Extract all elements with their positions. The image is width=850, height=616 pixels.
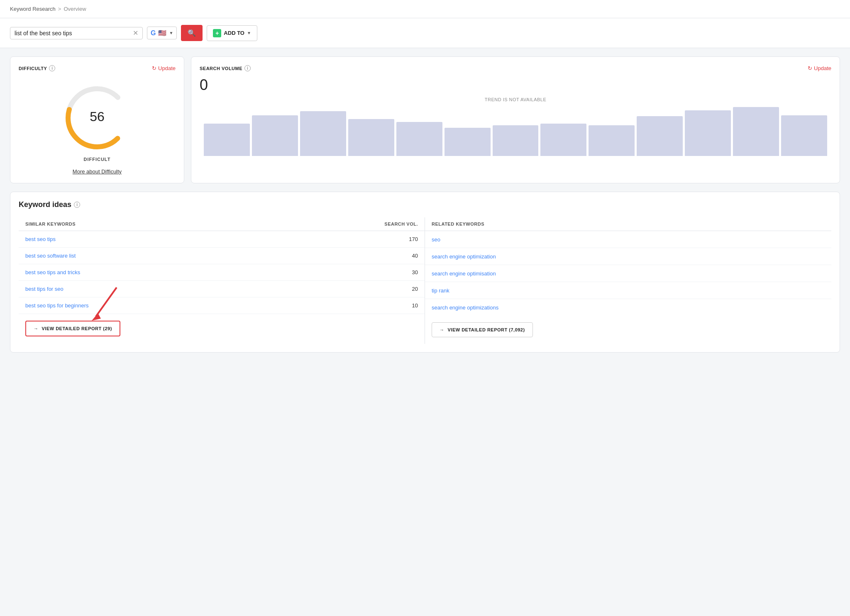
keyword-row: best seo tips and tricks 30 — [19, 264, 425, 281]
keyword-ideas-info-icon[interactable]: i — [74, 202, 80, 208]
bar-7 — [493, 125, 539, 156]
country-flag-icon: 🇺🇸 — [158, 29, 166, 37]
related-row: seo — [425, 231, 831, 248]
bar-10 — [637, 116, 683, 156]
bar-12 — [733, 107, 779, 156]
search-volume-title: SEARCH VOLUME — [200, 66, 242, 71]
keyword-row: best seo software list 40 — [19, 248, 425, 264]
difficulty-label: DIFFICULT — [83, 157, 110, 162]
bar-1 — [204, 124, 250, 156]
view-detailed-report-right-button[interactable]: → VIEW DETAILED REPORT (7,092) — [432, 322, 533, 337]
search-volume-card: SEARCH VOLUME i ↻ Update 0 TREND IS NOT … — [191, 56, 840, 183]
keyword-ideas-section: Keyword ideas i SIMILAR KEYWORDS SEARCH … — [10, 192, 840, 353]
search-volume-update-button[interactable]: ↻ Update — [808, 65, 831, 71]
search-volume-value: 0 — [200, 76, 831, 94]
bar-11 — [685, 110, 731, 156]
breadcrumb-current: Overview — [64, 6, 86, 12]
keyword-link-5[interactable]: best seo tips for beginners — [25, 302, 412, 309]
search-input-wrap[interactable]: ✕ — [10, 27, 143, 39]
refresh-icon: ↻ — [152, 65, 156, 71]
related-link-3[interactable]: search engine optimisation — [432, 270, 496, 277]
similar-keywords-column: SIMILAR KEYWORDS SEARCH VOL. best seo ti… — [19, 217, 425, 344]
related-link-4[interactable]: tip rank — [432, 287, 449, 294]
svg-marker-4 — [92, 313, 101, 321]
keyword-link-3[interactable]: best seo tips and tricks — [25, 269, 412, 275]
search-vol-header: SEARCH VOL. — [384, 222, 418, 226]
keyword-link-2[interactable]: best seo software list — [25, 253, 412, 259]
bar-2 — [252, 115, 298, 156]
add-to-label: ADD TO — [224, 30, 244, 36]
difficulty-info-icon[interactable]: i — [49, 65, 55, 71]
keyword-vol-5: 10 — [412, 302, 418, 309]
breadcrumb: Keyword Research > Overview — [0, 0, 850, 18]
keyword-row: best seo tips 170 — [19, 231, 425, 248]
keyword-link-4[interactable]: best tips for seo — [25, 286, 412, 292]
add-to-icon: + — [213, 29, 221, 37]
search-volume-info-icon[interactable]: i — [244, 65, 251, 71]
chevron-down-icon: ▼ — [169, 31, 173, 35]
keyword-vol-3: 30 — [412, 269, 418, 275]
google-g-icon: G — [151, 29, 156, 37]
view-report-left-label: VIEW DETAILED REPORT (29) — [42, 326, 112, 331]
keyword-vol-2: 40 — [412, 253, 418, 259]
add-to-chevron-icon: ▼ — [247, 31, 251, 35]
arrow-right-icon-2: → — [440, 327, 445, 332]
related-row: tip rank — [425, 282, 831, 299]
related-row: search engine optimizations — [425, 299, 831, 316]
add-to-button[interactable]: + ADD TO ▼ — [207, 25, 257, 41]
breadcrumb-separator: > — [58, 6, 61, 12]
difficulty-title: DIFFICULTY — [19, 66, 47, 71]
google-country-selector[interactable]: G 🇺🇸 ▼ — [147, 27, 177, 39]
related-keywords-header: RELATED KEYWORDS — [432, 222, 825, 226]
similar-keywords-header: SIMILAR KEYWORDS — [25, 222, 384, 226]
clear-button[interactable]: ✕ — [133, 30, 138, 37]
related-link-5[interactable]: search engine optimizations — [432, 304, 498, 311]
bar-4 — [348, 119, 394, 156]
bar-8 — [540, 124, 586, 156]
search-bar: ✕ G 🇺🇸 ▼ 🔍 + ADD TO ▼ — [0, 18, 850, 48]
related-row: search engine optimization — [425, 248, 831, 265]
keyword-row: best tips for seo 20 — [19, 281, 425, 297]
bar-3 — [300, 111, 346, 156]
view-report-right-label: VIEW DETAILED REPORT (7,092) — [448, 327, 525, 332]
search-icon: 🔍 — [188, 29, 196, 37]
breadcrumb-parent[interactable]: Keyword Research — [10, 6, 56, 12]
search-input[interactable] — [15, 30, 129, 37]
related-link-1[interactable]: seo — [432, 236, 440, 243]
bar-13 — [781, 115, 827, 156]
related-link-2[interactable]: search engine optimization — [432, 253, 496, 260]
bar-6 — [445, 128, 491, 156]
keyword-row: best seo tips for beginners 10 — [19, 297, 425, 314]
trend-label: TREND IS NOT AVAILABLE — [200, 97, 831, 102]
keyword-link-1[interactable]: best seo tips — [25, 236, 409, 242]
svg-text:56: 56 — [90, 109, 105, 124]
bar-5 — [396, 122, 442, 156]
keyword-ideas-title: Keyword ideas — [19, 200, 71, 209]
related-keywords-column: RELATED KEYWORDS seo search engine optim… — [425, 217, 831, 344]
view-detailed-report-left-button[interactable]: → VIEW DETAILED REPORT (29) — [26, 321, 120, 336]
sv-update-label: Update — [814, 65, 831, 71]
difficulty-card: DIFFICULTY i ↻ Update 56 DIFFICULT — [10, 56, 184, 183]
bar-9 — [589, 125, 635, 156]
related-row: search engine optimisation — [425, 265, 831, 282]
keyword-vol-1: 170 — [409, 236, 418, 242]
keyword-vol-4: 20 — [412, 286, 418, 292]
difficulty-gauge: 56 — [60, 80, 134, 155]
bar-chart — [200, 106, 831, 156]
arrow-right-icon: → — [34, 326, 39, 331]
sv-refresh-icon: ↻ — [808, 65, 812, 71]
difficulty-update-button[interactable]: ↻ Update — [152, 65, 176, 71]
search-button[interactable]: 🔍 — [181, 25, 203, 41]
more-about-difficulty-link[interactable]: More about Difficulty — [73, 168, 122, 175]
difficulty-update-label: Update — [158, 65, 176, 71]
